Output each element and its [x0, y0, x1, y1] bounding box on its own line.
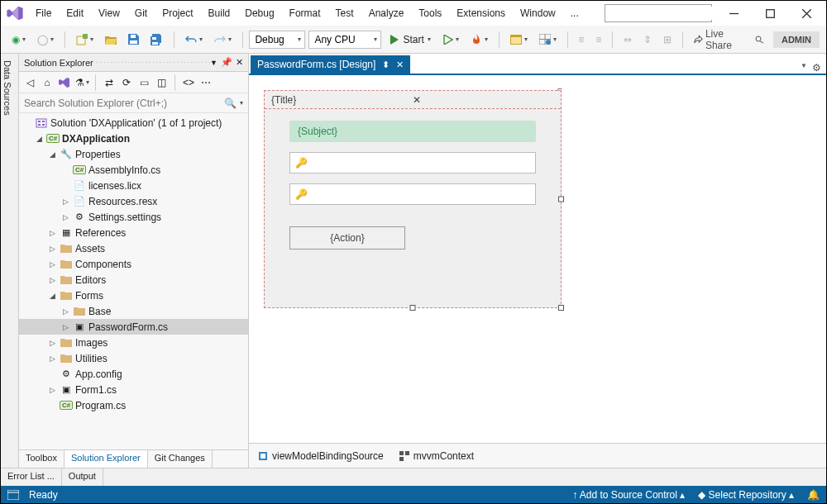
git-changes-tab[interactable]: Git Changes — [148, 450, 213, 468]
properties-node[interactable]: ◢🔧Properties — [19, 146, 248, 162]
maximize-button[interactable] — [755, 2, 785, 24]
dropdown-icon[interactable]: ▼ — [801, 62, 807, 74]
dist-h-button[interactable]: ⇔ — [619, 31, 636, 48]
solution-explorer-header[interactable]: Solution Explorer ······················… — [19, 54, 248, 72]
menu-analyze[interactable]: Analyze — [362, 4, 411, 22]
components-node[interactable]: ▷Components — [19, 256, 248, 272]
images-node[interactable]: ▷Images — [19, 335, 248, 350]
close-button[interactable] — [791, 2, 821, 24]
project-node[interactable]: ◢C#DXApplication — [19, 131, 248, 146]
design-canvas[interactable]: ⌐ {Title} ✕ {Subject} 🔑 🔑 {Action} — [249, 75, 826, 443]
resize-handle-corner[interactable] — [558, 305, 564, 311]
pin-icon[interactable]: ⬍ — [382, 59, 390, 70]
dist-v-button[interactable]: ⇕ — [639, 31, 656, 48]
explorer-search-input[interactable] — [19, 97, 221, 109]
menu-edit[interactable]: Edit — [60, 4, 90, 22]
config-dropdown[interactable]: ▾ — [249, 31, 305, 49]
solution-tree[interactable]: Solution 'DXApplication' (1 of 1 project… — [19, 113, 248, 449]
start-button[interactable]: Start▾ — [385, 32, 435, 47]
menu-extensions[interactable]: Extensions — [450, 4, 512, 22]
close-icon[interactable]: ✕ — [396, 59, 404, 70]
subject-label[interactable]: {Subject} — [289, 121, 536, 142]
menu-tools[interactable]: Tools — [412, 4, 448, 22]
data-sources-tab[interactable]: Data Sources — [1, 54, 19, 468]
base-node[interactable]: ▷Base — [19, 303, 248, 319]
nav-back-button[interactable]: ◉▾ — [7, 31, 30, 48]
editors-node[interactable]: ▷Editors — [19, 272, 248, 288]
gear-icon[interactable]: ⚙ — [812, 62, 821, 74]
menu-format[interactable]: Format — [283, 4, 327, 22]
dist-button[interactable]: ⊞ — [659, 31, 676, 48]
menu-file[interactable]: File — [29, 4, 58, 22]
open-file-button[interactable] — [101, 32, 121, 47]
back-icon[interactable]: ◁ — [22, 75, 37, 90]
close-icon[interactable]: ✕ — [413, 94, 554, 106]
scope-icon[interactable] — [57, 75, 72, 90]
feedback-button[interactable] — [750, 31, 770, 48]
quick-launch-input[interactable] — [609, 7, 736, 20]
quick-launch-search[interactable] — [605, 4, 712, 22]
hot-reload-button[interactable]: ▾ — [466, 31, 492, 48]
grid-button[interactable]: ▾ — [535, 31, 561, 47]
notifications-icon[interactable]: 🔔 — [807, 489, 820, 501]
browse-button[interactable]: ▾ — [506, 32, 532, 47]
menu-more[interactable]: ... — [564, 4, 586, 22]
assemblyinfo-node[interactable]: C#AssemblyInfo.cs — [19, 162, 248, 178]
forms-node[interactable]: ◢Forms — [19, 288, 248, 303]
minimize-button[interactable] — [719, 2, 748, 24]
add-source-control-button[interactable]: ↑ Add to Source Control ▴ — [572, 489, 685, 501]
solution-explorer-tab[interactable]: Solution Explorer — [65, 450, 148, 468]
settings-node[interactable]: ▷⚙Settings.settings — [19, 209, 248, 225]
live-share-button[interactable]: Live Share — [690, 26, 747, 54]
more-icon[interactable]: ⋯ — [198, 75, 213, 90]
refresh-icon[interactable]: ⟳ — [119, 75, 134, 90]
close-icon[interactable]: ✕ — [236, 57, 243, 68]
output-tab[interactable]: Output — [62, 468, 103, 486]
passwordform-node[interactable]: ▷▣PasswordForm.cs — [19, 319, 248, 335]
save-button[interactable] — [124, 31, 143, 47]
align-center-button[interactable]: ≡ — [591, 31, 605, 48]
align-left-button[interactable]: ≡ — [574, 31, 588, 48]
appconfig-node[interactable]: ⚙App.config — [19, 366, 248, 382]
licenses-node[interactable]: 📄licenses.licx — [19, 178, 248, 193]
action-button[interactable]: {Action} — [289, 226, 405, 250]
dropdown-icon[interactable]: ▼ — [210, 59, 218, 67]
start-noDebug-button[interactable]: ▾ — [439, 32, 463, 47]
menu-window[interactable]: Window — [514, 4, 562, 22]
menu-git[interactable]: Git — [128, 4, 154, 22]
password-form[interactable]: ⌐ {Title} ✕ {Subject} 🔑 🔑 {Action} — [264, 90, 562, 308]
redo-button[interactable]: ▾ — [210, 32, 236, 47]
menu-view[interactable]: View — [92, 4, 127, 22]
assets-node[interactable]: ▷Assets — [19, 240, 248, 256]
platform-dropdown[interactable]: ▾ — [308, 31, 381, 49]
show-all-icon[interactable]: ◫ — [154, 75, 169, 90]
admin-badge[interactable]: ADMIN — [773, 31, 820, 48]
collapse-icon[interactable]: ▭ — [136, 75, 151, 90]
menu-test[interactable]: Test — [329, 4, 361, 22]
menu-project[interactable]: Project — [155, 4, 199, 22]
solution-node[interactable]: Solution 'DXApplication' (1 of 1 project… — [19, 115, 248, 131]
resize-handle-right[interactable] — [558, 197, 564, 202]
home-icon[interactable]: ⌂ — [40, 75, 55, 90]
error-list-tab[interactable]: Error List ... — [1, 468, 62, 486]
menu-build[interactable]: Build — [202, 4, 237, 22]
select-repository-button[interactable]: ◆ Select Repository ▴ — [698, 489, 794, 501]
new-project-button[interactable]: ▾ — [72, 31, 98, 48]
form-titlebar[interactable]: {Title} ✕ — [265, 91, 561, 109]
form1-node[interactable]: ▷▣Form1.cs — [19, 382, 248, 397]
undo-button[interactable]: ▾ — [181, 32, 207, 47]
toolbox-tab[interactable]: Toolbox — [19, 450, 65, 468]
password-field-1[interactable]: 🔑 — [289, 152, 536, 174]
save-all-button[interactable] — [146, 31, 167, 48]
resources-node[interactable]: ▷📄Resources.resx — [19, 193, 248, 209]
filter-icon[interactable]: ⚗▾ — [74, 75, 89, 90]
sync-icon[interactable]: ⇄ — [102, 75, 117, 90]
explorer-search[interactable]: 🔍 ▾ — [19, 93, 248, 113]
password-field-2[interactable]: 🔑 — [289, 183, 536, 205]
document-tab-passwordform[interactable]: PasswordForm.cs [Design] ⬍ ✕ — [251, 55, 410, 74]
component-viewmodel[interactable]: viewModelBindingSource — [257, 450, 384, 462]
utilities-node[interactable]: ▷Utilities — [19, 350, 248, 366]
component-mvvmcontext[interactable]: mvvmContext — [399, 450, 474, 462]
resize-handle-bottom[interactable] — [410, 305, 416, 311]
nav-forward-button[interactable]: ◯▾ — [33, 31, 58, 48]
